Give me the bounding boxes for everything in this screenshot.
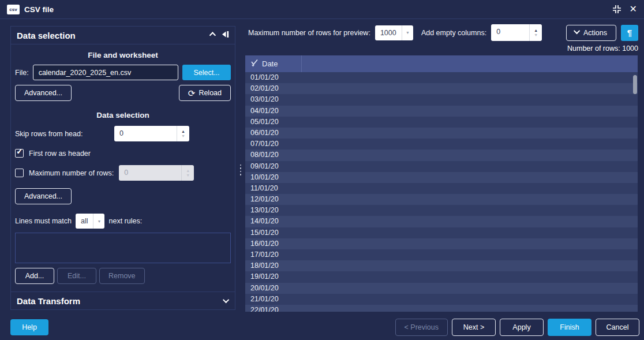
file-label: File: xyxy=(15,69,29,77)
spinner-up-icon[interactable]: ▲ xyxy=(181,129,185,133)
preview-max-rows-label: Maximum number of rows for preview: xyxy=(248,29,370,37)
date-column-label: Date xyxy=(262,59,278,68)
skip-rows-value: 0 xyxy=(114,126,177,141)
finish-button[interactable]: Finish xyxy=(548,319,591,336)
chevron-down-icon: ▼ xyxy=(93,214,104,229)
show-formatting-button[interactable]: ¶ xyxy=(621,25,638,41)
table-row[interactable]: 08/01/20 xyxy=(245,150,638,160)
max-rows-label: Maximum number of rows: xyxy=(29,169,114,177)
match-mode-value: all xyxy=(76,217,93,225)
table-row[interactable]: 17/01/20 xyxy=(245,249,638,260)
rules-listbox[interactable] xyxy=(15,233,231,263)
wizard-buttons: < Previous Next > Apply Finish Cancel xyxy=(395,319,639,336)
help-button[interactable]: Help xyxy=(10,319,48,335)
actions-label: Actions xyxy=(583,29,607,37)
data-selection-panel: Data selection File and worksheet File: … xyxy=(10,26,235,310)
table-row[interactable]: 06/01/20 xyxy=(245,128,638,139)
skip-rows-label: Skip rows from head: xyxy=(15,130,114,138)
add-empty-columns-value: 0 xyxy=(491,24,529,41)
table-row[interactable]: 11/01/20 xyxy=(245,183,638,194)
collapse-panel-icon[interactable] xyxy=(221,30,229,40)
table-row[interactable]: 04/01/20 xyxy=(245,106,638,117)
lines-must-match-label: Lines must match xyxy=(15,217,72,225)
next-rules-label: next rules: xyxy=(108,217,142,225)
max-rows-value: 0 xyxy=(119,165,181,181)
reload-icon: ⟳ xyxy=(188,89,196,98)
data-selection-header[interactable]: Data selection xyxy=(11,27,235,44)
file-path-input[interactable] xyxy=(33,65,178,80)
table-row[interactable]: 15/01/20 xyxy=(245,227,638,238)
select-file-button[interactable]: Select... xyxy=(182,65,231,80)
table-row[interactable]: 22/01/20 xyxy=(245,305,638,312)
preview-max-rows-value: 1000 xyxy=(375,29,402,37)
data-transform-header[interactable]: Data Transform xyxy=(11,292,235,309)
match-mode-dropdown[interactable]: all ▼ xyxy=(76,214,105,229)
first-row-header-checkbox[interactable]: ✓ xyxy=(15,149,24,158)
edit-rule-button: Edit... xyxy=(57,268,96,284)
file-advanced-button[interactable]: Advanced... xyxy=(15,85,72,101)
row-count-label: Number of rows: 1000 xyxy=(245,44,638,53)
spinner-down-icon: ▼ xyxy=(186,173,190,177)
titlebar: csv CSV file ✕ xyxy=(0,0,644,19)
table-row[interactable]: 13/01/20 xyxy=(245,205,638,216)
chevron-down-icon: ▼ xyxy=(402,25,413,40)
first-row-header-label: First row as header xyxy=(29,150,91,158)
spinner-up-icon: ▲ xyxy=(186,169,190,173)
preview-max-rows-dropdown[interactable]: 1000 ▼ xyxy=(375,25,413,40)
table-row[interactable]: 09/01/20 xyxy=(245,161,638,172)
close-icon[interactable]: ✕ xyxy=(630,5,637,14)
table-row[interactable]: 03/01/20 xyxy=(245,94,638,105)
table-row[interactable]: 02/01/20 xyxy=(245,83,638,94)
max-rows-checkbox[interactable] xyxy=(15,169,24,177)
scrollbar-thumb[interactable] xyxy=(633,75,637,94)
table-row[interactable]: 14/01/20 xyxy=(245,216,638,227)
table-row[interactable]: 20/01/20 xyxy=(245,283,638,294)
table-row[interactable]: 10/01/20 xyxy=(245,172,638,183)
csv-file-icon: csv xyxy=(7,5,20,14)
max-rows-stepper: 0 ▲ ▼ xyxy=(119,165,194,181)
actions-button[interactable]: Actions xyxy=(566,25,616,41)
chevron-up-icon[interactable] xyxy=(209,32,216,38)
dock-window-icon[interactable] xyxy=(612,5,621,14)
preview-table: Date 01/01/2002/01/2003/01/2004/01/2005/… xyxy=(245,55,638,312)
next-button[interactable]: Next > xyxy=(452,319,496,336)
table-row[interactable]: 21/01/20 xyxy=(245,294,638,305)
checkmark-icon: ✓ xyxy=(16,147,23,156)
table-row[interactable]: 18/01/20 xyxy=(245,260,638,271)
sort-check-icon xyxy=(250,59,258,69)
data-selection-heading: Data selection xyxy=(15,111,231,119)
table-row[interactable]: 01/01/20 xyxy=(245,72,638,83)
data-transform-title: Data Transform xyxy=(17,296,80,306)
window-title: CSV file xyxy=(24,5,54,14)
table-row[interactable]: 05/01/20 xyxy=(245,117,638,128)
vertical-scrollbar[interactable] xyxy=(633,73,637,311)
table-header: Date xyxy=(245,55,638,72)
table-row[interactable]: 12/01/20 xyxy=(245,194,638,205)
chevron-down-icon xyxy=(223,297,229,303)
remove-rule-button: Remove xyxy=(99,268,145,284)
add-empty-columns-label: Add empty columns: xyxy=(421,29,486,37)
table-row[interactable]: 19/01/20 xyxy=(245,271,638,282)
spinner-down-icon[interactable]: ▼ xyxy=(534,33,538,37)
add-empty-columns-stepper[interactable]: 0 ▲ ▼ xyxy=(491,24,542,41)
date-column-header[interactable]: Date xyxy=(245,55,302,72)
previous-button: < Previous xyxy=(395,319,448,336)
table-row[interactable]: 16/01/20 xyxy=(245,238,638,249)
chevron-down-icon xyxy=(574,28,580,34)
cancel-button[interactable]: Cancel xyxy=(596,319,639,336)
csv-import-dialog: csv CSV file ✕ Data selection xyxy=(0,0,644,340)
reload-button[interactable]: ⟳ Reload xyxy=(179,85,231,101)
apply-button[interactable]: Apply xyxy=(500,319,544,336)
preview-controls: Maximum number of rows for preview: 1000… xyxy=(248,24,638,41)
spinner-down-icon[interactable]: ▼ xyxy=(181,134,185,138)
selection-advanced-button[interactable]: Advanced... xyxy=(15,188,72,204)
table-body: 01/01/2002/01/2003/01/2004/01/2005/01/20… xyxy=(245,72,638,312)
add-rule-button[interactable]: Add... xyxy=(15,268,54,284)
reload-label: Reload xyxy=(199,89,222,97)
empty-column-header xyxy=(302,55,638,72)
table-row[interactable]: 07/01/20 xyxy=(245,139,638,150)
panel-title: Data selection xyxy=(17,31,76,40)
splitter-handle[interactable] xyxy=(239,162,242,177)
spinner-up-icon[interactable]: ▲ xyxy=(534,28,538,32)
skip-rows-stepper[interactable]: 0 ▲ ▼ xyxy=(114,126,189,141)
